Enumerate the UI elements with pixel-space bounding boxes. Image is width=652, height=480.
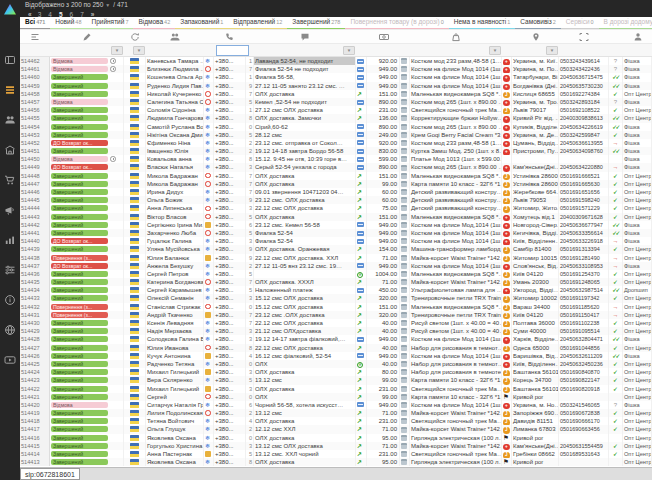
tab-нема-в-наявності[interactable]: Нема в наявності1 — [449, 17, 516, 30]
order-row[interactable]: 514456ЗавершенийСоломія Сідоніна❄+380...… — [20, 106, 652, 114]
order-row[interactable]: 514442ЗавершенийСергіюнко Ірина Ми…+380.… — [20, 221, 652, 229]
order-row[interactable]: 514440ДО Возврат ок...Гуцалюк Галина❄+38… — [20, 237, 652, 245]
order-row[interactable]: 514413ЗавершенийЯковлева Оксана❄+380...8… — [20, 458, 652, 466]
tab-завершений[interactable]: Завершений278 — [287, 17, 345, 30]
tab-відмова[interactable]: Відмова42 — [133, 17, 175, 30]
order-row[interactable]: 514451ЗавершенийІващенко Юлія❄+380...219… — [20, 147, 652, 155]
phone-filter-input[interactable] — [216, 45, 249, 56]
order-row[interactable]: 514435ЗавершенийКатерина Богданова+380..… — [20, 278, 652, 286]
ring-source-icon — [205, 304, 211, 310]
sidebar-item-dashboard[interactable] — [0, 46, 20, 76]
sidebar-item-network[interactable] — [0, 316, 20, 346]
tab-відправлений[interactable]: Відправлений12 — [228, 17, 287, 30]
sidebar-item-cart[interactable] — [0, 166, 20, 196]
delivery-address: Украина, м. По… — [512, 65, 559, 73]
order-row[interactable]: 514461ВідмоваБлизнюк Людмила …+380...7Фи… — [20, 65, 652, 73]
order-row[interactable]: 514460ЗавершенийКошелева Ольга Ар…❄+380.… — [20, 73, 652, 81]
order-row[interactable]: 514423ЗавершенийВера Скляренко❄+380...51… — [20, 376, 652, 384]
tab-в-дорозі-додому[interactable]: В дорозі додому0 — [599, 17, 652, 30]
order-row[interactable]: 514429ЗавершенийНадія Мерзаєва❄+380...32… — [20, 327, 652, 335]
filter-dropdown-col7[interactable]: ▼ — [343, 46, 355, 55]
cod-payment-icon — [357, 165, 364, 170]
sidebar-item-info[interactable] — [0, 286, 20, 316]
tracking-number — [559, 155, 609, 163]
order-row[interactable]: 514415ЗавершенийГоргулько Христина…❄+380… — [20, 442, 652, 450]
sidebar-item-orders[interactable] — [0, 76, 20, 106]
order-row[interactable]: 514454ЗавершенийСамотій Руслана Во…❄+380… — [20, 123, 652, 131]
order-row[interactable]: 514433ЗавершенийОлексій Семанін❄+380...3… — [20, 294, 652, 302]
check-icon: ✓ — [613, 91, 618, 97]
order-row[interactable]: 514447ЗавершенийМикола Бадражан+380...7О… — [20, 180, 652, 188]
order-row[interactable]: 514439ЗавершенийУляна Мусійовська❄+380..… — [20, 245, 652, 253]
order-comment: 22.12 смс ОЛХ доставка — [254, 319, 356, 327]
tab-повернення-товару-в-дорозі-[interactable]: Повернення товару (в дорозі)0 — [345, 17, 448, 30]
order-row[interactable]: 514455ЗавершенийЛюдмила Гончарова❄+380..… — [20, 114, 652, 122]
sidebar-item-shop[interactable] — [0, 136, 20, 166]
tab-самовивіз[interactable]: Самовивіз2 — [515, 17, 561, 30]
order-row[interactable]: 514431Повернення (з...Андрій Ткаченко+38… — [20, 311, 652, 319]
check-icon: ✓ — [613, 443, 618, 449]
order-row[interactable]: 514446ЗавершенийИрина Дидух❄+380...709.0… — [20, 188, 652, 196]
delivery-check: → — [609, 311, 623, 319]
manager-tag: Фішка — [623, 57, 652, 65]
filter-dropdown-col2[interactable]: ▼ — [133, 46, 145, 55]
tab-прийнятий[interactable]: Прийнятий7 — [86, 17, 133, 30]
order-row[interactable]: 514438Повернення (з...Юлия Баланюк+380..… — [20, 254, 652, 262]
settings-icon — [4, 262, 16, 280]
filter-dropdown-col11[interactable]: ▼ — [489, 46, 501, 55]
order-row[interactable]: 514419ЗавершенийЛилия Подолинская+380...… — [20, 409, 652, 417]
sidebar-item-statistics[interactable] — [0, 226, 20, 256]
order-row[interactable]: 514462ВідмоваКаневська Тамара …❄+380...1… — [20, 57, 652, 65]
order-row[interactable]: 514445ЗавершенийОльга Божик❄+380...923.1… — [20, 196, 652, 204]
order-row[interactable]: 514416ЗавершенийЯковлева Оксана❄+380...0… — [20, 434, 652, 442]
order-row[interactable]: 514458ЗавершенийНиколай Кучеренко+380...… — [20, 90, 652, 98]
order-row[interactable]: 514427ЗавершенийЮлия Иванова+380...822.1… — [20, 344, 652, 352]
page-size-caret-icon[interactable]: ▼ — [105, 2, 110, 8]
order-id: 514460 — [20, 73, 50, 81]
filter-dropdown-col13[interactable]: ▼ — [546, 46, 558, 55]
order-row[interactable]: 514452ДО Возврат ок...Єфименко Ніна❄+380… — [20, 139, 652, 147]
order-row[interactable]: 514459ЗавершенийРуденко Лидия Пав…❄+380.… — [20, 82, 652, 90]
order-row[interactable]: 514424ЗавершенийМихаил Гилецький+380...3… — [20, 368, 652, 376]
tab-всі[interactable]: Всі471 — [20, 17, 50, 30]
order-row[interactable]: 514434ЗавершенийСергей Карамышев❄+380...… — [20, 286, 652, 294]
order-row[interactable]: 514426ЗавершенийКучук Антонина+380...416… — [20, 352, 652, 360]
app-logo-icon[interactable] — [0, 0, 20, 18]
order-row[interactable]: 514421ЗавершенийСергей+380...0ОЛХ↗99.00К… — [20, 393, 652, 401]
package-icon — [401, 255, 407, 261]
order-row[interactable]: 514432Повернення (з...Станіслав Стрижак+… — [20, 303, 652, 311]
order-row[interactable]: 514441ЗавершенийЗахарченко Люба+380...5Ф… — [20, 229, 652, 237]
order-row[interactable]: 514448ЗавершенийМикола Бадражан+380...7О… — [20, 172, 652, 180]
order-row[interactable]: 514457ВідмоваСалегина Татьяна С…+380...5… — [20, 98, 652, 106]
order-row[interactable]: 514450ВідмоваКовальова анна❄+380...815.1… — [20, 155, 652, 163]
order-row[interactable]: 514444ЗавершенийАнна Липенська+380...322… — [20, 204, 652, 212]
order-row[interactable]: 514453ЗавершенийНікітіна Оксана Дми…❄+38… — [20, 131, 652, 139]
order-row[interactable]: 514420ВідмоваСитарчук Наталія Гр…❄+380..… — [20, 401, 652, 409]
tab-запакований[interactable]: Запакований1 — [175, 17, 228, 30]
order-row[interactable]: 514418ЗавершенийТетяна Войтович❄+380...4… — [20, 417, 652, 425]
order-row[interactable]: 514422ЗавершенийМихаил Гилецький+380...3… — [20, 385, 652, 393]
sidebar-item-marketing[interactable] — [0, 196, 20, 226]
order-row[interactable]: 514417ЗавершенийОльга Глущук❄+380...212.… — [20, 425, 652, 433]
order-row[interactable]: 514449ДО Возврат ок...Власюк Наталья❄+38… — [20, 163, 652, 171]
order-row[interactable]: 514430ЗавершенийКсенія Левадняя❄+380...7… — [20, 319, 652, 327]
client-phone: +380... — [214, 229, 246, 237]
order-row[interactable]: 514436ЗавершенийСергей Петров❄+380...5₴1… — [20, 270, 652, 278]
manager-tag: Опт Центр — [623, 319, 652, 327]
package-icon — [401, 369, 407, 375]
order-row[interactable]: 514425ЗавершенийРадченко Тетяна❄+380...0… — [20, 360, 652, 368]
order-row[interactable]: 514428ЗавершенийСолодкова Галина В…❄+380… — [20, 335, 652, 343]
sidebar-item-settings[interactable] — [0, 256, 20, 286]
order-row[interactable]: 514414ЗавершенийАнна Пастернак+380...513… — [20, 450, 652, 458]
product-icon-cell — [400, 385, 410, 393]
order-status: Завершений — [50, 114, 124, 122]
sidebar-item-customers[interactable] — [0, 106, 20, 136]
filter-dropdown-col1[interactable]: ▼ — [111, 46, 123, 55]
order-row[interactable]: 514437ДО Возврат ок...Анжела Безушку❄+38… — [20, 262, 652, 270]
tab-сервіси[interactable]: Сервіси0 — [561, 17, 599, 30]
product-name: Майка-корсет Waist Trainer *142… — [410, 425, 502, 433]
sidebar-item-video[interactable] — [0, 346, 20, 376]
delivery-service: J — [502, 303, 512, 311]
order-row[interactable]: 514443ЗавершенийВіктор Власов+380...5ОЛХ… — [20, 213, 652, 221]
tab-новий[interactable]: Новий48 — [50, 17, 86, 30]
